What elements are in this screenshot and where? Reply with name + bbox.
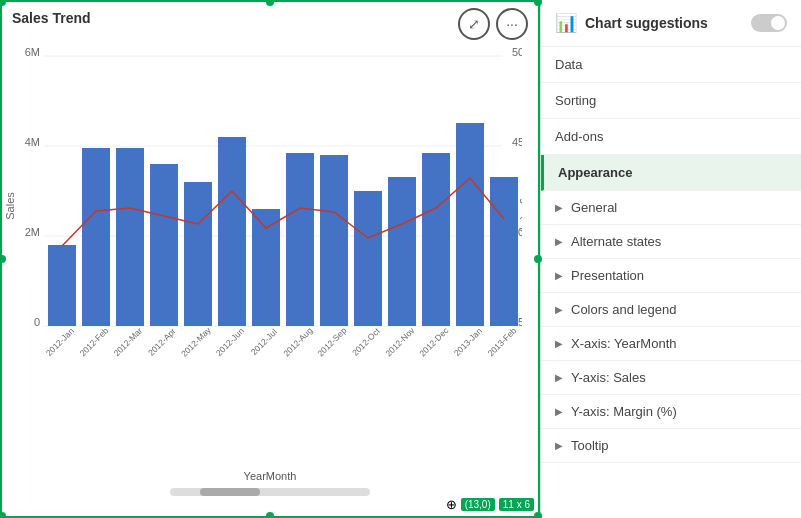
svg-text:0: 0	[34, 316, 40, 328]
svg-text:2013-Feb: 2013-Feb	[485, 325, 518, 358]
bar-2012-apr[interactable]	[150, 164, 178, 326]
nav-item-appearance[interactable]: Appearance	[541, 155, 801, 191]
bar-2013-jan[interactable]	[456, 123, 484, 326]
nav-item-sorting[interactable]: Sorting	[541, 83, 801, 119]
section-y-axis-margin[interactable]: ▶ Y-axis: Margin (%)	[541, 395, 801, 429]
svg-text:2012-Apr: 2012-Apr	[146, 326, 178, 358]
x-axis-label: YearMonth	[244, 470, 297, 482]
section-alternate-states-label: Alternate states	[571, 234, 661, 249]
section-y-axis-sales-label: Y-axis: Sales	[571, 370, 646, 385]
svg-text:2013-Jan: 2013-Jan	[452, 326, 484, 358]
svg-text:2012-Sep: 2012-Sep	[315, 325, 348, 358]
svg-text:2012-Dec: 2012-Dec	[417, 325, 451, 359]
chevron-y-axis-sales: ▶	[555, 372, 563, 383]
svg-text:2012-Jul: 2012-Jul	[249, 327, 279, 357]
bar-2012-feb[interactable]	[82, 148, 110, 326]
bar-2012-sep[interactable]	[320, 155, 348, 326]
panel-nav: Data Sorting Add-ons Appearance ▶ Genera…	[541, 47, 801, 463]
svg-text:Margin (%): Margin (%)	[520, 179, 522, 233]
section-tooltip-label: Tooltip	[571, 438, 609, 453]
panel-title: Chart suggestions	[585, 15, 708, 31]
svg-text:50: 50	[512, 46, 522, 58]
bar-2013-feb[interactable]	[490, 177, 518, 326]
section-x-axis-yearmonth[interactable]: ▶ X-axis: YearMonth	[541, 327, 801, 361]
nav-item-data[interactable]: Data	[541, 47, 801, 83]
svg-text:2012-Aug: 2012-Aug	[281, 325, 314, 358]
resize-handle-br[interactable]	[534, 512, 542, 518]
bar-2012-jun[interactable]	[218, 137, 246, 326]
chevron-x-axis-yearmonth: ▶	[555, 338, 563, 349]
svg-text:4M: 4M	[25, 136, 40, 148]
bar-2012-nov[interactable]	[388, 177, 416, 326]
svg-text:2M: 2M	[25, 226, 40, 238]
bar-2012-aug[interactable]	[286, 153, 314, 326]
chevron-presentation: ▶	[555, 270, 563, 281]
bar-2012-jul[interactable]	[252, 209, 280, 326]
bar-2012-oct[interactable]	[354, 191, 382, 326]
scrollbar-thumb[interactable]	[200, 488, 260, 496]
section-x-axis-yearmonth-label: X-axis: YearMonth	[571, 336, 677, 351]
corner-size: 11 x 6	[499, 498, 534, 511]
corner-icon: ⊕	[446, 497, 457, 512]
svg-text:2012-Nov: 2012-Nov	[383, 325, 417, 359]
section-colors-and-legend-label: Colors and legend	[571, 302, 677, 317]
bar-2012-jan[interactable]	[48, 245, 76, 326]
right-panel: 📊 Chart suggestions Data Sorting Add-ons…	[540, 0, 801, 518]
resize-handle-bm[interactable]	[266, 512, 274, 518]
section-y-axis-margin-label: Y-axis: Margin (%)	[571, 404, 677, 419]
svg-text:2012-May: 2012-May	[179, 324, 213, 358]
section-presentation-label: Presentation	[571, 268, 644, 283]
chevron-tooltip: ▶	[555, 440, 563, 451]
svg-text:6M: 6M	[25, 46, 40, 58]
section-alternate-states[interactable]: ▶ Alternate states	[541, 225, 801, 259]
svg-text:Sales: Sales	[4, 192, 16, 220]
chart-svg: 6M 4M 2M 0 50 45 40 35 Sales Margin (%)	[2, 26, 522, 396]
corner-coords: (13,0)	[461, 498, 495, 511]
svg-text:2012-Jun: 2012-Jun	[214, 326, 246, 358]
chevron-y-axis-margin: ▶	[555, 406, 563, 417]
section-presentation[interactable]: ▶ Presentation	[541, 259, 801, 293]
bar-2012-dec[interactable]	[422, 153, 450, 326]
chevron-alternate-states: ▶	[555, 236, 563, 247]
bar-2012-may[interactable]	[184, 182, 212, 326]
svg-text:2012-Jan: 2012-Jan	[44, 326, 76, 358]
chart-visualization: 6M 4M 2M 0 50 45 40 35 Sales Margin (%)	[2, 26, 538, 406]
section-tooltip[interactable]: ▶ Tooltip	[541, 429, 801, 463]
section-general-label: General	[571, 200, 617, 215]
bar-2012-mar[interactable]	[116, 148, 144, 326]
section-colors-and-legend[interactable]: ▶ Colors and legend	[541, 293, 801, 327]
chart-corner-info: ⊕ (13,0) 11 x 6	[446, 497, 534, 512]
nav-item-addons[interactable]: Add-ons	[541, 119, 801, 155]
resize-handle-bl[interactable]	[0, 512, 6, 518]
chevron-general: ▶	[555, 202, 563, 213]
chevron-colors-and-legend: ▶	[555, 304, 563, 315]
chart-container: ⤢ ··· Sales Trend 6M 4M 2M 0 50 45 40 35…	[0, 0, 540, 518]
section-general[interactable]: ▶ General	[541, 191, 801, 225]
svg-text:2012-Mar: 2012-Mar	[111, 325, 144, 358]
svg-text:45: 45	[512, 136, 522, 148]
svg-text:2012-Oct: 2012-Oct	[350, 326, 382, 358]
chart-scrollbar[interactable]	[170, 488, 370, 496]
panel-header-left: 📊 Chart suggestions	[555, 12, 708, 34]
chart-suggestions-icon: 📊	[555, 12, 577, 34]
section-y-axis-sales[interactable]: ▶ Y-axis: Sales	[541, 361, 801, 395]
panel-header: 📊 Chart suggestions	[541, 0, 801, 47]
svg-text:2012-Feb: 2012-Feb	[77, 325, 110, 358]
chart-suggestions-toggle[interactable]	[751, 14, 787, 32]
